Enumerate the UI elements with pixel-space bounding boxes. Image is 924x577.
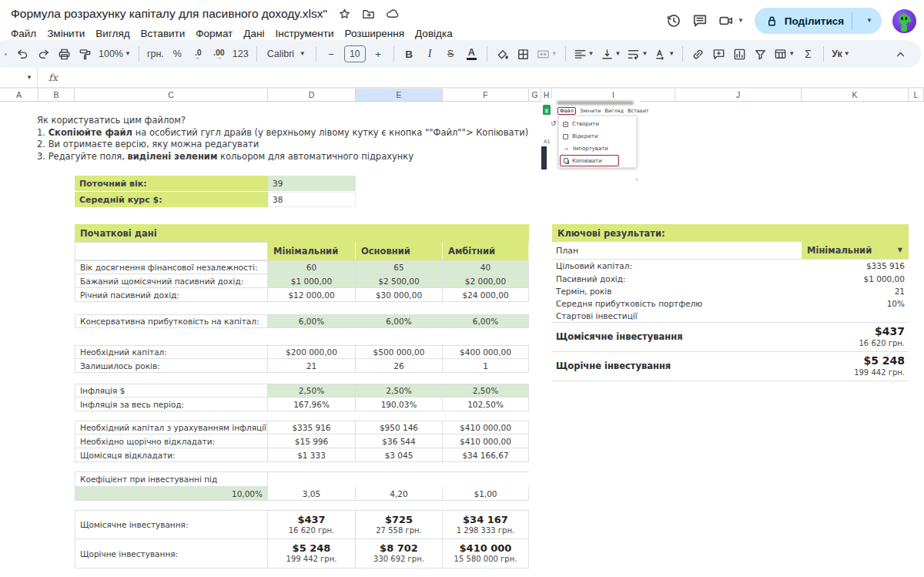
input-value-cell[interactable]: 38 <box>268 192 356 207</box>
value-cell[interactable]: $30 000,00 <box>356 288 443 302</box>
plan-select[interactable]: Мінімальний▼ <box>802 242 909 259</box>
share-dropdown-icon[interactable]: ▼ <box>860 18 879 24</box>
table-title[interactable]: Початкові дані <box>75 224 529 242</box>
menu-item-Файл[interactable]: Файл <box>5 26 42 41</box>
empty-cell[interactable] <box>356 471 443 487</box>
font-size-input[interactable]: 10 <box>344 45 366 62</box>
value-cell[interactable]: 4,20 <box>356 487 443 501</box>
value-cell[interactable]: $3 045 <box>356 448 443 462</box>
result-label[interactable]: Стартові інвестиції <box>552 310 802 322</box>
value-cell[interactable]: $200 000,00 <box>268 345 356 359</box>
result-value[interactable]: 21 <box>802 285 909 297</box>
rate-cell[interactable]: 10,00% <box>75 487 268 501</box>
value-cell[interactable]: $24 000,00 <box>443 288 529 302</box>
share-button[interactable]: Поділитися ▼ <box>755 8 882 34</box>
value-cell[interactable]: 40 <box>443 260 529 274</box>
more-formats-button[interactable]: 123 <box>230 44 251 65</box>
value-cell[interactable]: $950 146 <box>356 421 443 434</box>
scenario-header[interactable]: Мінімальний <box>268 242 356 260</box>
result-label[interactable]: Щомісячне інвестування <box>552 323 802 351</box>
undo-button[interactable] <box>13 44 32 65</box>
vertical-align-button[interactable]: ▼ <box>598 44 624 65</box>
increase-font-size-button[interactable]: + <box>369 44 388 65</box>
column-header-B[interactable]: B <box>38 89 75 101</box>
input-value-cell[interactable]: 39 <box>268 176 356 191</box>
key-results-title[interactable]: Ключові результати: <box>552 224 909 242</box>
menu-item-Формат[interactable]: Формат <box>190 26 238 41</box>
value-cell[interactable]: $410 00015 580 000 грн. <box>443 539 529 569</box>
value-cell[interactable]: 6,00% <box>443 314 529 328</box>
strikethrough-button[interactable]: S <box>441 44 460 65</box>
text-color-button[interactable]: A <box>462 44 481 65</box>
empty-cell[interactable] <box>443 471 529 487</box>
move-folder-icon[interactable] <box>362 8 375 21</box>
value-cell[interactable]: 6,00% <box>356 314 443 328</box>
menu-item-Довідка[interactable]: Довідка <box>410 26 458 41</box>
row-label-cell[interactable]: Залишилось років: <box>75 359 268 373</box>
column-header-F[interactable]: F <box>443 89 529 101</box>
row-label-cell[interactable]: Необхідний капітал з урахуванням інфляці… <box>75 421 268 434</box>
join-call-button[interactable]: ▼ <box>718 13 744 29</box>
value-cell[interactable]: $1 000,00 <box>268 274 356 288</box>
currency-format-button[interactable]: грн. <box>145 44 166 65</box>
value-cell[interactable]: 1 <box>443 359 529 373</box>
decrease-decimals-button[interactable]: .0← <box>189 44 208 65</box>
zoom-select[interactable]: 100%▼ <box>96 44 133 65</box>
column-header-D[interactable]: D <box>268 89 356 101</box>
value-cell[interactable]: $1,00 <box>443 487 529 501</box>
column-header-K[interactable]: K <box>802 89 909 101</box>
result-label[interactable]: Цільовий капітал: <box>552 260 802 272</box>
input-tools-button[interactable]: Ук▼ <box>829 44 852 65</box>
plan-label[interactable]: План <box>552 242 802 259</box>
menu-item-Інструменти[interactable]: Інструменти <box>270 26 339 41</box>
value-cell[interactable]: 102,50% <box>443 398 529 411</box>
value-cell[interactable]: $500 000,00 <box>356 345 443 359</box>
scenario-header[interactable]: Амбітний <box>443 242 529 260</box>
value-cell[interactable]: $335 916 <box>268 421 356 434</box>
embedded-screenshot-image[interactable]: ФайлЗмінитиВиглядВставит ↺ A1 +СтворитиВ… <box>541 99 640 169</box>
row-label-cell[interactable]: Вік досягнення фінансової незалежності: <box>75 260 268 274</box>
row-label-cell[interactable]: Коефіцієнт при інвестуванні під <box>75 471 268 487</box>
table-views-button[interactable]: ▼ <box>772 44 797 65</box>
document-title[interactable]: Формула розрахунку капіталу для пасивног… <box>11 7 327 21</box>
value-cell[interactable]: $8 702330 692 грн. <box>356 539 443 569</box>
scenario-header[interactable]: Основний <box>356 242 443 260</box>
result-label[interactable]: Щорічне інвестування <box>552 352 802 381</box>
value-cell[interactable]: $34 1671 298 333 грн. <box>443 510 529 539</box>
row-label-cell[interactable]: Щомісяця відкладати: <box>75 448 268 462</box>
print-button[interactable] <box>55 44 74 65</box>
row-label-cell[interactable]: Річний пасивний дохід: <box>75 288 268 302</box>
value-cell[interactable]: $34 166,67 <box>443 448 529 462</box>
account-avatar[interactable] <box>892 9 916 33</box>
row-label-cell[interactable]: Необхідно щорічно відкладати: <box>75 434 268 448</box>
result-value[interactable]: 10% <box>802 297 909 310</box>
result-value[interactable]: $43716 620 грн. <box>802 323 909 351</box>
version-history-icon[interactable] <box>666 13 681 29</box>
value-cell[interactable]: $12 000,00 <box>268 288 356 302</box>
font-select[interactable]: Calibri▼ <box>263 44 310 65</box>
value-cell[interactable]: $43716 620 грн. <box>268 510 356 539</box>
value-cell[interactable]: $15 996 <box>268 434 356 448</box>
value-cell[interactable]: $36 544 <box>356 434 443 448</box>
column-header-G[interactable]: G <box>529 89 541 101</box>
value-cell[interactable]: 2,50% <box>268 384 356 398</box>
value-cell[interactable]: 6,00% <box>268 314 356 328</box>
value-cell[interactable]: $1 333 <box>268 448 356 462</box>
menu-item-Змінити[interactable]: Змінити <box>42 26 90 41</box>
value-cell[interactable]: 60 <box>268 260 356 274</box>
row-label-cell[interactable]: Необхідний капітал: <box>75 345 268 359</box>
star-icon[interactable] <box>338 8 351 21</box>
menu-item-Вставити[interactable]: Вставити <box>136 26 191 41</box>
value-cell[interactable]: $72527 558 грн. <box>356 510 443 539</box>
result-value[interactable] <box>802 310 909 322</box>
result-label[interactable]: Пасивний дохід: <box>552 272 802 284</box>
insert-chart-button[interactable] <box>730 44 749 65</box>
bold-button[interactable]: B <box>400 44 419 65</box>
result-value[interactable]: $335 916 <box>802 260 909 272</box>
value-cell[interactable]: $5 248199 442 грн. <box>268 539 356 569</box>
input-label[interactable]: Поточний вік: <box>75 176 268 191</box>
column-header-L[interactable]: L <box>909 89 924 101</box>
paint-format-button[interactable] <box>75 44 95 65</box>
cloud-status-icon[interactable] <box>386 8 399 21</box>
insert-comment-button[interactable] <box>709 44 728 65</box>
